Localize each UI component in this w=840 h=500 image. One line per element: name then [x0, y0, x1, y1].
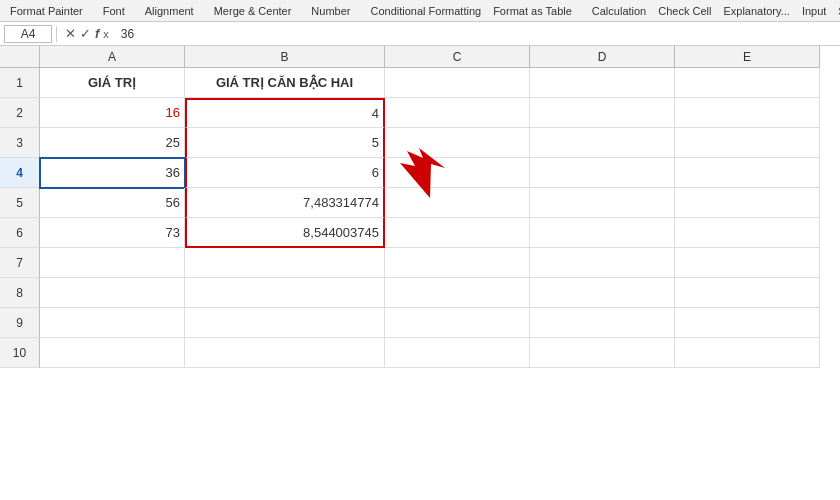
formula-bar: A4 ✕ ✓ f x 36	[0, 22, 840, 46]
row-num-3: 3	[0, 128, 40, 158]
cell-d9[interactable]	[530, 308, 675, 338]
table-row: 6 73 8,544003745	[0, 218, 840, 248]
cell-c1[interactable]	[385, 68, 530, 98]
cell-a2[interactable]: 16	[40, 98, 185, 128]
cell-a1[interactable]: GIÁ TRỊ	[40, 68, 185, 98]
calculation-btn[interactable]: Calculation	[588, 4, 650, 18]
cell-d10[interactable]	[530, 338, 675, 368]
row-num-header-corner	[0, 46, 40, 68]
row-num-4: 4	[0, 158, 40, 188]
cell-c5[interactable]	[385, 188, 530, 218]
cell-a5[interactable]: 56	[40, 188, 185, 218]
number-label: Number	[307, 4, 354, 18]
cell-c6[interactable]	[385, 218, 530, 248]
cell-e3[interactable]	[675, 128, 820, 158]
row-num-10: 10	[0, 338, 40, 368]
row-num-7: 7	[0, 248, 40, 278]
cell-d2[interactable]	[530, 98, 675, 128]
cell-d7[interactable]	[530, 248, 675, 278]
col-header-a[interactable]: A	[40, 46, 185, 68]
table-row: 8	[0, 278, 840, 308]
cell-b5[interactable]: 7,483314774	[185, 188, 385, 218]
merge-center-btn[interactable]: Merge & Center	[210, 4, 296, 18]
cell-b7[interactable]	[185, 248, 385, 278]
toolbar: Format Painter Font Alignment Merge & Ce…	[0, 0, 840, 22]
function-icon[interactable]: f	[95, 26, 99, 41]
cell-b4[interactable]: 6	[185, 158, 385, 188]
cell-e5[interactable]	[675, 188, 820, 218]
cell-a4[interactable]: 36	[40, 158, 185, 188]
cell-d3[interactable]	[530, 128, 675, 158]
cell-b6[interactable]: 8,544003745	[185, 218, 385, 248]
table-row: 5 56 7,483314774	[0, 188, 840, 218]
format-painter-btn[interactable]: Format Painter	[6, 4, 87, 18]
row-num-1: 1	[0, 68, 40, 98]
table-row: 4 36 6	[0, 158, 840, 188]
formula-icons: ✕ ✓ f x	[61, 26, 113, 41]
check-cell-btn[interactable]: Check Cell	[654, 4, 715, 18]
cell-a8[interactable]	[40, 278, 185, 308]
fx-icon[interactable]: x	[103, 28, 109, 40]
table-row: 2 16 4	[0, 98, 840, 128]
cell-d6[interactable]	[530, 218, 675, 248]
cell-b8[interactable]	[185, 278, 385, 308]
col-header-b[interactable]: B	[185, 46, 385, 68]
row-num-5: 5	[0, 188, 40, 218]
cell-e1[interactable]	[675, 68, 820, 98]
table-row: 7	[0, 248, 840, 278]
col-header-e[interactable]: E	[675, 46, 820, 68]
cell-e7[interactable]	[675, 248, 820, 278]
row-num-2: 2	[0, 98, 40, 128]
cell-c2[interactable]	[385, 98, 530, 128]
table-row: 1 GIÁ TRỊ GIÁ TRỊ CĂN BẬC HAI	[0, 68, 840, 98]
input-btn[interactable]: Input	[798, 4, 830, 18]
conditional-formatting-btn[interactable]: Conditional Formatting	[366, 4, 485, 18]
cell-e10[interactable]	[675, 338, 820, 368]
font-label: Font	[99, 4, 129, 18]
alignment-label: Alignment	[141, 4, 198, 18]
cell-c9[interactable]	[385, 308, 530, 338]
cancel-icon[interactable]: ✕	[65, 26, 76, 41]
explanatory-btn[interactable]: Explanatory...	[719, 4, 793, 18]
formula-bar-separator	[56, 26, 57, 42]
cell-a6[interactable]: 73	[40, 218, 185, 248]
styles-label: Styles	[834, 4, 840, 18]
cell-c10[interactable]	[385, 338, 530, 368]
col-header-c[interactable]: C	[385, 46, 530, 68]
cell-d5[interactable]	[530, 188, 675, 218]
column-headers: A B C D E	[0, 46, 840, 68]
cell-reference-box[interactable]: A4	[4, 25, 52, 43]
col-header-d[interactable]: D	[530, 46, 675, 68]
cell-e9[interactable]	[675, 308, 820, 338]
cell-b3[interactable]: 5	[185, 128, 385, 158]
cell-a7[interactable]	[40, 248, 185, 278]
row-num-6: 6	[0, 218, 40, 248]
cell-c4[interactable]	[385, 158, 530, 188]
cell-d1[interactable]	[530, 68, 675, 98]
cell-c7[interactable]	[385, 248, 530, 278]
row-num-9: 9	[0, 308, 40, 338]
cell-a10[interactable]	[40, 338, 185, 368]
cell-e8[interactable]	[675, 278, 820, 308]
cell-b2[interactable]: 4	[185, 98, 385, 128]
cell-a9[interactable]	[40, 308, 185, 338]
row-num-8: 8	[0, 278, 40, 308]
table-row: 9	[0, 308, 840, 338]
cell-c3[interactable]	[385, 128, 530, 158]
table-row: 3 25 5	[0, 128, 840, 158]
cell-a3[interactable]: 25	[40, 128, 185, 158]
cell-d8[interactable]	[530, 278, 675, 308]
cell-c8[interactable]	[385, 278, 530, 308]
cell-b10[interactable]	[185, 338, 385, 368]
rows-container: 1 GIÁ TRỊ GIÁ TRỊ CĂN BẬC HAI 2 16 4 3 2…	[0, 68, 840, 500]
cell-e4[interactable]	[675, 158, 820, 188]
cell-e6[interactable]	[675, 218, 820, 248]
table-row: 10	[0, 338, 840, 368]
cell-d4[interactable]	[530, 158, 675, 188]
cell-e2[interactable]	[675, 98, 820, 128]
format-as-table-btn[interactable]: Format as Table	[489, 4, 576, 18]
cell-b1[interactable]: GIÁ TRỊ CĂN BẬC HAI	[185, 68, 385, 98]
confirm-icon[interactable]: ✓	[80, 26, 91, 41]
cell-b9[interactable]	[185, 308, 385, 338]
formula-input[interactable]: 36	[117, 26, 836, 42]
